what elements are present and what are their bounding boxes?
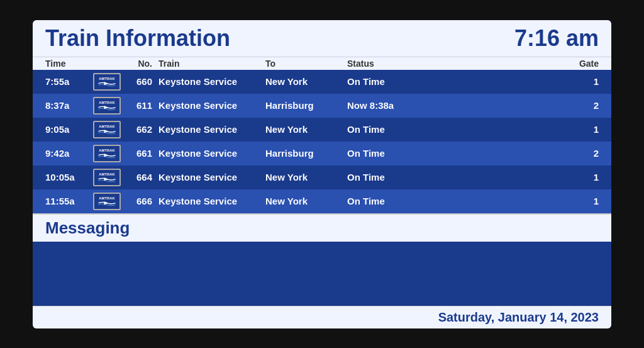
svg-text:AMTRAK: AMTRAK bbox=[99, 77, 115, 81]
row-time: 9:42a bbox=[45, 148, 89, 159]
row-train-name: Keystone Service bbox=[158, 148, 265, 159]
header: Train Information 7:16 am bbox=[33, 20, 611, 57]
row-logo: AMTRAK bbox=[89, 121, 124, 138]
row-time: 11:55a bbox=[45, 196, 89, 206]
footer-date: Saturday, January 14, 2023 bbox=[438, 310, 599, 324]
col-header-no: No. bbox=[124, 59, 158, 69]
row-logo: AMTRAK bbox=[89, 193, 124, 210]
table-row: 9:42a AMTRAK 661 Keystone Service Harr bbox=[33, 142, 611, 166]
row-number: 664 bbox=[124, 172, 158, 182]
col-header-status: Status bbox=[347, 59, 561, 69]
row-train-name: Keystone Service bbox=[158, 172, 265, 182]
row-status: On Time bbox=[347, 172, 561, 182]
row-logo: AMTRAK bbox=[89, 169, 124, 186]
row-time: 9:05a bbox=[45, 124, 89, 135]
train-info-screen: Train Information 7:16 am Time No. Train… bbox=[33, 20, 611, 328]
row-logo: AMTRAK bbox=[89, 73, 124, 91]
row-train-name: Keystone Service bbox=[158, 196, 265, 206]
row-status: On Time bbox=[347, 148, 561, 159]
row-train-name: Keystone Service bbox=[158, 100, 265, 111]
row-destination: Harrisburg bbox=[265, 100, 347, 111]
messaging-body bbox=[33, 242, 611, 306]
row-time: 7:55a bbox=[45, 76, 89, 87]
row-status: On Time bbox=[347, 76, 561, 87]
row-number: 662 bbox=[124, 124, 158, 135]
col-header-gate: Gate bbox=[561, 59, 599, 69]
table-row: 9:05a AMTRAK 662 Keystone Service New bbox=[33, 118, 611, 142]
row-gate: 1 bbox=[561, 196, 599, 206]
row-status: On Time bbox=[347, 196, 561, 206]
row-status: On Time bbox=[347, 124, 561, 135]
col-header-time: Time bbox=[45, 59, 89, 69]
row-number: 611 bbox=[124, 100, 158, 111]
amtrak-logo: AMTRAK bbox=[93, 97, 121, 115]
footer: Saturday, January 14, 2023 bbox=[33, 306, 611, 328]
page-title: Train Information bbox=[45, 25, 230, 52]
row-gate: 1 bbox=[561, 172, 599, 182]
row-number: 661 bbox=[124, 148, 158, 159]
trains-list: 7:55a AMTRAK 660 Keystone Service New bbox=[33, 70, 611, 213]
row-destination: New York bbox=[265, 196, 347, 206]
row-train-name: Keystone Service bbox=[158, 124, 265, 135]
row-train-name: Keystone Service bbox=[158, 76, 265, 87]
col-header-to: To bbox=[265, 59, 347, 69]
table-row: 8:37a AMTRAK 611 Keystone Service Harr bbox=[33, 94, 611, 118]
column-headers: Time No. Train To Status Gate bbox=[33, 57, 611, 70]
amtrak-logo: AMTRAK bbox=[93, 145, 121, 162]
svg-text:AMTRAK: AMTRAK bbox=[99, 196, 115, 200]
row-destination: New York bbox=[265, 124, 347, 135]
row-time: 10:05a bbox=[45, 172, 89, 182]
current-time: 7:16 am bbox=[514, 25, 599, 52]
row-time: 8:37a bbox=[45, 100, 89, 111]
row-status: Now 8:38a bbox=[347, 100, 561, 111]
svg-text:AMTRAK: AMTRAK bbox=[99, 172, 115, 176]
row-logo: AMTRAK bbox=[89, 145, 124, 162]
row-gate: 1 bbox=[561, 76, 599, 87]
svg-text:AMTRAK: AMTRAK bbox=[99, 125, 115, 128]
table-row: 10:05a AMTRAK 664 Keystone Service New bbox=[33, 166, 611, 189]
row-gate: 2 bbox=[561, 100, 599, 111]
amtrak-logo: AMTRAK bbox=[93, 73, 121, 91]
row-destination: New York bbox=[265, 76, 347, 87]
row-number: 660 bbox=[124, 76, 158, 87]
table-row: 11:55a AMTRAK 666 Keystone Service New bbox=[33, 189, 611, 213]
row-gate: 1 bbox=[561, 124, 599, 135]
messaging-header: Messaging bbox=[33, 213, 611, 242]
amtrak-logo: AMTRAK bbox=[93, 121, 121, 138]
svg-text:AMTRAK: AMTRAK bbox=[99, 101, 115, 104]
row-gate: 2 bbox=[561, 148, 599, 159]
amtrak-logo: AMTRAK bbox=[93, 193, 121, 210]
row-logo: AMTRAK bbox=[89, 97, 124, 115]
row-number: 666 bbox=[124, 196, 158, 206]
row-destination: Harrisburg bbox=[265, 148, 347, 159]
svg-text:AMTRAK: AMTRAK bbox=[99, 149, 115, 152]
table-row: 7:55a AMTRAK 660 Keystone Service New bbox=[33, 70, 611, 94]
amtrak-logo: AMTRAK bbox=[93, 169, 121, 186]
col-header-train: Train bbox=[158, 59, 265, 69]
messaging-label: Messaging bbox=[45, 218, 130, 237]
row-destination: New York bbox=[265, 172, 347, 182]
